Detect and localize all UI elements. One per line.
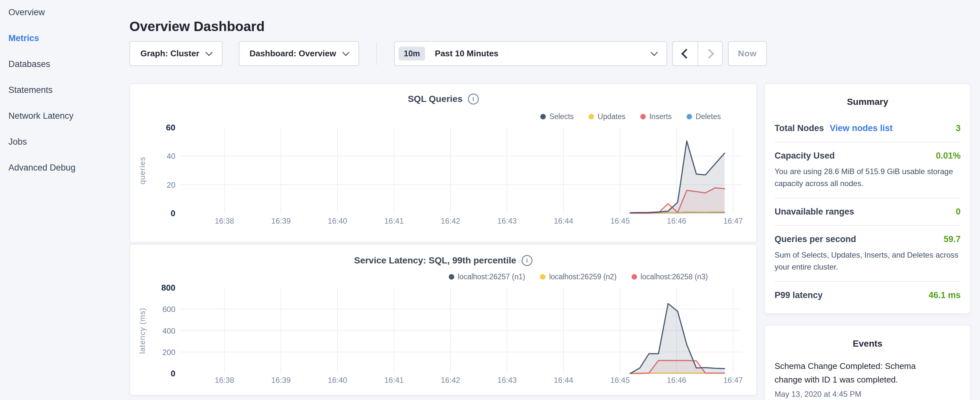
svg-text:200: 200 (162, 348, 175, 357)
svg-text:60: 60 (166, 123, 175, 132)
svg-text:16:38: 16:38 (215, 376, 234, 384)
now-button-label: Now (738, 49, 757, 59)
svg-text:queries: queries (138, 157, 146, 185)
svg-text:16:47: 16:47 (724, 217, 743, 225)
time-step-button-group (672, 41, 723, 66)
svg-text:0: 0 (171, 369, 175, 378)
sidebar-item-metrics[interactable]: Metrics (8, 32, 39, 45)
svg-text:16:39: 16:39 (271, 217, 291, 225)
svg-text:16:38: 16:38 (215, 217, 234, 225)
svg-text:16:46: 16:46 (667, 217, 686, 225)
svg-text:16:42: 16:42 (441, 376, 460, 384)
svg-text:800: 800 (161, 283, 175, 293)
summary-row-value: 3 (956, 123, 961, 133)
event-timestamp: May 13, 2020 at 4:45 PM (775, 390, 961, 399)
svg-text:16:43: 16:43 (497, 376, 517, 384)
svg-text:16:47: 16:47 (724, 376, 743, 384)
time-window-selector[interactable]: 10m Past 10 Minutes (394, 41, 667, 66)
chevron-down-icon (342, 49, 349, 56)
events-list: Schema Change Completed: Schema change w… (775, 359, 961, 399)
chart-plot-area[interactable]: 16:3816:3916:4016:4116:4216:4316:4416:45… (130, 84, 756, 243)
events-panel: Events Schema Change Completed: Schema c… (764, 325, 971, 400)
svg-text:16:44: 16:44 (554, 217, 573, 225)
sidebar-item-jobs[interactable]: Jobs (8, 135, 27, 148)
svg-text:600: 600 (162, 305, 175, 314)
svg-text:16:40: 16:40 (328, 217, 347, 225)
summary-row: Queries per second59.7Sum of Selects, Up… (775, 225, 961, 281)
dashboard-dropdown[interactable]: Dashboard: Overview (239, 41, 359, 66)
svg-text:16:45: 16:45 (610, 376, 630, 384)
summary-row-value: 59.7 (943, 234, 961, 244)
graph-dropdown-label: Graph: Cluster (140, 49, 199, 59)
svg-text:16:44: 16:44 (554, 376, 573, 384)
summary-row-value: 46.1 ms (929, 290, 961, 300)
time-window-badge: 10m (399, 46, 425, 61)
chevron-right-icon (704, 49, 714, 59)
sidebar-item-overview[interactable]: Overview (8, 6, 45, 19)
page-title: Overview Dashboard (129, 19, 265, 34)
summary-rows: Total NodesView nodes list3Capacity Used… (775, 115, 961, 309)
graph-dropdown[interactable]: Graph: Cluster (129, 41, 223, 66)
svg-text:16:40: 16:40 (328, 376, 347, 384)
summary-row-label: Capacity Used (775, 151, 835, 161)
time-window-label: Past 10 Minutes (435, 49, 499, 59)
event-message: Schema Change Completed: Schema change w… (775, 359, 931, 386)
dashboard-dropdown-label: Dashboard: Overview (250, 49, 336, 59)
svg-text:16:41: 16:41 (384, 376, 404, 384)
summary-heading: Summary (775, 97, 961, 107)
sql-queries-chart-card: SQL Queries i SelectsUpdatesInsertsDelet… (129, 83, 757, 243)
summary-row-label: Unavailable ranges (775, 207, 854, 217)
summary-row-value: 0 (956, 207, 961, 217)
next-time-button[interactable] (698, 42, 722, 65)
chevron-down-icon (651, 49, 658, 56)
event-item[interactable]: Schema Change Completed: Schema change w… (775, 359, 961, 399)
chart-plot-area[interactable]: 16:3816:3916:4016:4116:4216:4316:4416:45… (130, 245, 756, 396)
summary-panel: Summary Total NodesView nodes list3Capac… (764, 83, 971, 314)
svg-text:16:42: 16:42 (441, 217, 460, 225)
summary-row: Unavailable ranges0 (775, 198, 961, 225)
metrics-overview-page: OverviewMetricsDatabasesStatementsNetwor… (0, 0, 980, 400)
chevron-down-icon (205, 49, 213, 56)
svg-text:16:39: 16:39 (271, 376, 291, 384)
svg-text:20: 20 (167, 180, 175, 189)
summary-row-description: Sum of Selects, Updates, Inserts, and De… (775, 249, 961, 273)
sidebar-item-network-latency[interactable]: Network Latency (8, 109, 73, 122)
summary-row: Capacity Used0.01%You are using 28.6 MiB… (775, 142, 961, 198)
svg-text:16:46: 16:46 (667, 376, 686, 384)
svg-text:16:45: 16:45 (610, 217, 630, 225)
svg-text:latency (ms): latency (ms) (138, 308, 146, 354)
summary-row-label: Total Nodes (775, 123, 824, 133)
svg-text:0: 0 (171, 209, 175, 218)
summary-row: Total NodesView nodes list3 (775, 115, 961, 142)
summary-row-label: P99 latency (775, 290, 823, 300)
sidebar-item-databases[interactable]: Databases (8, 57, 50, 70)
now-button[interactable]: Now (728, 41, 767, 66)
view-nodes-list-link[interactable]: View nodes list (830, 123, 893, 133)
divider (376, 42, 377, 65)
previous-time-button[interactable] (673, 42, 698, 65)
summary-row: P99 latency46.1 ms (775, 281, 961, 309)
svg-text:40: 40 (167, 152, 175, 161)
chevron-left-icon (681, 49, 691, 59)
summary-row-value: 0.01% (935, 151, 961, 161)
svg-text:16:43: 16:43 (497, 217, 517, 225)
service-latency-chart-card: Service Latency: SQL, 99th percentile i … (129, 244, 757, 395)
summary-row-label: Queries per second (775, 234, 856, 244)
sidebar-item-statements[interactable]: Statements (8, 83, 53, 96)
svg-text:400: 400 (162, 327, 175, 335)
summary-row-description: You are using 28.6 MiB of 515.9 GiB usab… (775, 166, 961, 189)
sidebar-item-advanced-debug[interactable]: Advanced Debug (8, 161, 75, 174)
events-heading: Events (775, 338, 961, 349)
svg-text:16:41: 16:41 (384, 217, 404, 225)
